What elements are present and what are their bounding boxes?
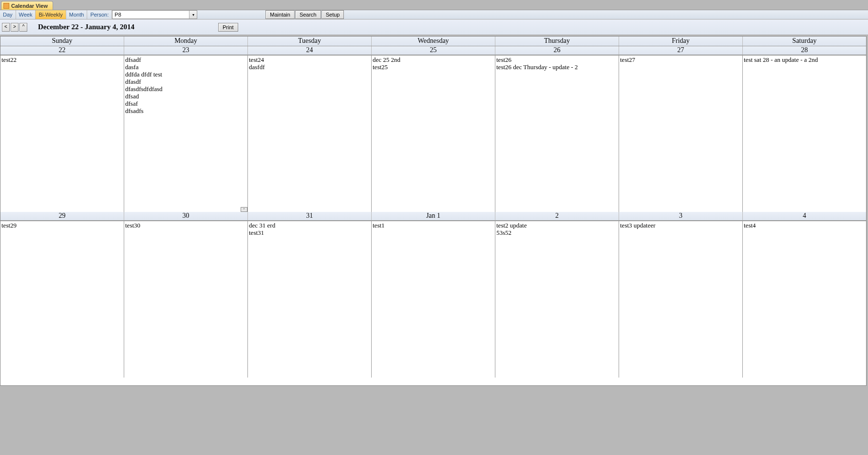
date-header[interactable]: 30	[124, 212, 248, 220]
day-cell[interactable]: dfsadfdasfaddfda dfdf testdfasdfdfasdfsd…	[124, 56, 248, 212]
nav-next-button[interactable]: >	[11, 23, 19, 32]
calendar-event[interactable]: test25	[373, 63, 494, 71]
person-select[interactable]: P8 ▾	[112, 10, 197, 19]
date-range-label: December 22 - January 4, 2014	[38, 23, 134, 31]
date-header[interactable]: 29	[0, 212, 124, 220]
calendar-event[interactable]: dfasdf	[125, 78, 246, 85]
calendar-event[interactable]: dfsadf	[125, 56, 246, 63]
calendar-event[interactable]: dasfdf	[249, 63, 370, 71]
day-cell[interactable]: test1	[372, 221, 495, 378]
calendar-event[interactable]: test26	[496, 56, 618, 63]
calendar-event[interactable]: test31	[249, 229, 370, 236]
day-cell[interactable]: test22	[0, 56, 124, 212]
day-cell[interactable]: dec 25 2ndtest25	[372, 56, 495, 212]
maintain-button[interactable]: Maintain	[265, 10, 295, 19]
calendar-grid: SundayMondayTuesdayWednesdayThursdayFrid…	[0, 36, 867, 386]
calendar-event[interactable]: test30	[125, 222, 246, 229]
person-value: P8	[114, 12, 121, 18]
calendar-event[interactable]: dfsadfs	[125, 107, 246, 114]
date-header[interactable]: 27	[619, 46, 743, 55]
date-header[interactable]: 24	[248, 46, 372, 55]
day-cell[interactable]: test3 updateer	[619, 221, 743, 378]
day-cell[interactable]: dec 31 erdtest31	[248, 221, 372, 378]
nav-prev-button[interactable]: <	[2, 23, 10, 32]
print-button[interactable]: Print	[218, 23, 238, 32]
date-header[interactable]: 31	[248, 212, 372, 220]
date-header[interactable]: 28	[743, 46, 866, 55]
view-month-button[interactable]: Month	[66, 10, 88, 19]
view-biweekly-button[interactable]: Bi-Weekly	[36, 10, 66, 19]
expand-handle[interactable]: ^	[241, 207, 247, 212]
date-header[interactable]: 25	[372, 46, 495, 55]
calendar-event[interactable]: test26 dec Thursday - update - 2	[496, 63, 618, 71]
day-header: Monday	[124, 37, 248, 46]
calendar-event[interactable]: dec 31 erd	[249, 222, 370, 229]
window-tab-calendar[interactable]: Calendar View	[1, 1, 53, 10]
calendar-event[interactable]: test27	[620, 56, 741, 63]
calendar-event[interactable]: test22	[1, 56, 123, 63]
date-header[interactable]: 3	[619, 212, 743, 220]
setup-button[interactable]: Setup	[321, 10, 344, 19]
person-label: Person:	[87, 10, 112, 19]
date-header[interactable]: 23	[124, 46, 248, 55]
date-header[interactable]: 26	[495, 46, 619, 55]
nav-up-button[interactable]: ^	[19, 23, 27, 32]
view-toolbar: Day Week Bi-Weekly Month Person: P8 ▾ Ma…	[0, 10, 868, 19]
day-header: Tuesday	[248, 37, 372, 46]
calendar-event[interactable]: ddfda dfdf test	[125, 71, 246, 78]
date-header[interactable]: 4	[743, 212, 866, 220]
calendar-event[interactable]: test sat 28 - an update - a 2nd	[744, 56, 865, 63]
calendar-event[interactable]: test1	[373, 222, 494, 229]
nav-toolbar: < > ^ December 22 - January 4, 2014 Prin…	[0, 19, 868, 35]
calendar-event[interactable]: dfsaf	[125, 100, 246, 107]
day-cell[interactable]: test2 update53s52	[495, 221, 619, 378]
calendar-event[interactable]: dec 25 2nd	[373, 56, 494, 63]
day-cell[interactable]: test29	[0, 221, 124, 378]
date-header[interactable]: 22	[0, 46, 124, 55]
day-cell[interactable]: test sat 28 - an update - a 2nd	[743, 56, 866, 212]
day-cell[interactable]: test30	[124, 221, 248, 378]
calendar-event[interactable]: test2 update	[496, 222, 618, 229]
view-day-button[interactable]: Day	[0, 10, 16, 19]
calendar-event[interactable]: 53s52	[496, 229, 618, 236]
search-button[interactable]: Search	[295, 10, 321, 19]
day-header: Sunday	[0, 37, 124, 46]
date-header[interactable]: 2	[495, 212, 619, 220]
day-header: Saturday	[743, 37, 866, 46]
day-header: Thursday	[495, 37, 619, 46]
date-header[interactable]: Jan 1	[372, 212, 495, 220]
calendar-event[interactable]: test4	[744, 222, 865, 229]
day-cell[interactable]: test26test26 dec Thursday - update - 2	[495, 56, 619, 212]
calendar-event[interactable]: test3 updateer	[620, 222, 741, 229]
day-header: Wednesday	[372, 37, 495, 46]
day-cell[interactable]: test24dasfdf	[248, 56, 372, 212]
calendar-event[interactable]: dfasdfsdfdfasd	[125, 85, 246, 93]
day-cell[interactable]: test4	[743, 221, 866, 378]
chevron-down-icon: ▾	[189, 11, 197, 19]
window-tab-title: Calendar View	[11, 3, 48, 9]
view-week-button[interactable]: Week	[16, 10, 36, 19]
form-icon	[3, 3, 9, 9]
calendar-event[interactable]: dfsad	[125, 93, 246, 100]
day-header: Friday	[619, 37, 743, 46]
calendar-event[interactable]: test29	[1, 222, 123, 229]
day-cell[interactable]: test27	[619, 56, 743, 212]
calendar-event[interactable]: test24	[249, 56, 370, 63]
calendar-event[interactable]: dasfa	[125, 63, 246, 71]
